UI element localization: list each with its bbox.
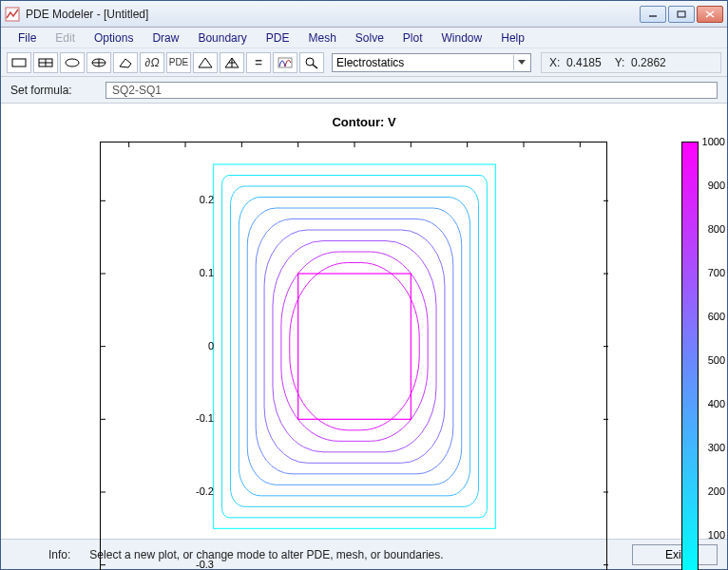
zoom-button[interactable] xyxy=(299,52,324,73)
coordinate-readout: X: 0.4185 Y: 0.2862 xyxy=(541,52,721,73)
boundary-mode-button[interactable]: ∂Ω xyxy=(140,52,164,73)
minimize-button[interactable] xyxy=(640,6,666,23)
window-title: PDE Modeler - [Untitled] xyxy=(26,8,640,21)
window-controls xyxy=(640,6,723,23)
colorbar-tick-label: 700 xyxy=(708,267,725,278)
colorbar-tick-label: 900 xyxy=(708,180,725,191)
svg-rect-5 xyxy=(12,59,26,66)
menu-edit: Edit xyxy=(46,29,85,47)
toolbar: ∂Ω PDE = Electrostatics X: 0.4185 Y: 0.2… xyxy=(1,48,727,77)
coord-x-label: X: xyxy=(549,56,560,69)
svg-rect-20 xyxy=(247,208,461,484)
colorbar-tick-label: 500 xyxy=(708,354,725,366)
y-tick-label: 0.2 xyxy=(200,194,214,205)
draw-polygon-button[interactable] xyxy=(113,52,138,73)
menu-bar: FileEditOptionsDrawBoundaryPDEMeshSolveP… xyxy=(1,28,727,48)
solve-button[interactable]: = xyxy=(246,52,271,73)
maximize-button[interactable] xyxy=(668,6,695,23)
plot-area[interactable]: Contour: V -0.3-0.2-0.100.10.2 -0.4-0.3-… xyxy=(1,104,727,539)
mesh-refine-button[interactable] xyxy=(220,52,244,73)
menu-draw[interactable]: Draw xyxy=(143,29,188,47)
menu-boundary[interactable]: Boundary xyxy=(188,29,256,47)
coord-y-value: 0.2862 xyxy=(631,56,666,69)
svg-rect-23 xyxy=(273,241,436,452)
close-button[interactable] xyxy=(697,6,723,23)
y-tick-label: -0.1 xyxy=(196,412,214,424)
colorbar xyxy=(681,142,699,570)
title-bar: PDE Modeler - [Untitled] xyxy=(1,1,727,28)
svg-rect-2 xyxy=(678,11,685,17)
y-tick-label: -0.2 xyxy=(196,485,214,497)
menu-solve[interactable]: Solve xyxy=(346,29,393,47)
draw-ellipse-center-button[interactable] xyxy=(86,52,111,73)
draw-rectangle-button[interactable] xyxy=(7,52,31,73)
y-tick-label: 0 xyxy=(208,340,214,352)
svg-rect-22 xyxy=(264,230,445,463)
colorbar-tick-label: 300 xyxy=(708,442,725,453)
formula-row: Set formula: xyxy=(1,77,727,104)
svg-rect-21 xyxy=(256,219,453,474)
plot-button[interactable] xyxy=(273,52,297,73)
menu-mesh[interactable]: Mesh xyxy=(298,29,345,47)
svg-rect-25 xyxy=(290,263,419,430)
y-tick-label: -0.3 xyxy=(196,559,214,570)
app-icon xyxy=(5,7,20,22)
formula-label: Set formula: xyxy=(10,84,96,97)
svg-point-14 xyxy=(306,58,314,66)
colorbar-tick-label: 400 xyxy=(708,398,725,409)
y-tick-label: 0.1 xyxy=(200,267,214,278)
colorbar-tick-label: 100 xyxy=(708,529,725,541)
colorbar-tick-label: 200 xyxy=(708,485,725,497)
chevron-down-icon xyxy=(513,55,528,70)
svg-rect-18 xyxy=(230,186,478,506)
pde-mode-button[interactable]: PDE xyxy=(166,52,191,73)
svg-rect-24 xyxy=(281,252,428,441)
menu-window[interactable]: Window xyxy=(432,29,492,47)
info-label: Info: xyxy=(48,548,70,561)
menu-options[interactable]: Options xyxy=(85,29,143,47)
mesh-init-button[interactable] xyxy=(193,52,218,73)
exit-button[interactable]: Exit xyxy=(632,544,718,565)
coord-x-value: 0.4185 xyxy=(566,56,602,69)
contour-plot xyxy=(101,142,608,570)
menu-help[interactable]: Help xyxy=(491,29,534,47)
colorbar-tick-label: 800 xyxy=(708,223,725,235)
plot-title: Contour: V xyxy=(1,115,727,129)
formula-input[interactable] xyxy=(105,82,718,99)
coord-y-label: Y: xyxy=(615,56,625,69)
svg-rect-17 xyxy=(222,176,488,518)
svg-rect-26 xyxy=(298,274,412,419)
plot-axes xyxy=(100,142,607,570)
draw-rectangle-center-button[interactable] xyxy=(33,52,58,73)
menu-file[interactable]: File xyxy=(9,29,46,47)
application-mode-dropdown[interactable]: Electrostatics xyxy=(332,53,531,72)
app-window: PDE Modeler - [Untitled] FileEditOptions… xyxy=(0,0,728,570)
draw-ellipse-button[interactable] xyxy=(60,52,85,73)
colorbar-tick-label: 1000 xyxy=(702,136,725,147)
svg-line-15 xyxy=(313,65,317,68)
dropdown-value: Electrostatics xyxy=(336,56,404,69)
colorbar-tick-label: 600 xyxy=(708,311,725,322)
menu-plot[interactable]: Plot xyxy=(393,29,432,47)
svg-rect-19 xyxy=(239,198,469,496)
menu-pde[interactable]: PDE xyxy=(257,29,299,47)
svg-point-9 xyxy=(66,59,79,66)
